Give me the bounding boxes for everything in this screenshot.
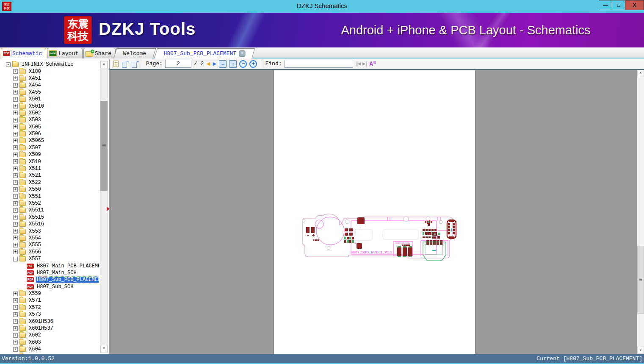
expander-icon[interactable] — [13, 111, 18, 115]
page-number-input[interactable] — [165, 60, 191, 68]
tree-item[interactable]: X180 — [0, 68, 99, 75]
expander-icon[interactable] — [13, 229, 18, 233]
tree-item[interactable]: H807_Main_PCB_PLACEMENT — [0, 262, 99, 269]
scroll-down-icon[interactable]: ∨ — [637, 347, 644, 354]
tree-item[interactable]: X455 — [0, 89, 99, 96]
expander-icon[interactable] — [13, 194, 18, 199]
expander-icon[interactable] — [13, 83, 18, 88]
expander-icon[interactable] — [13, 340, 18, 345]
tree-item[interactable]: X601H536 — [0, 318, 99, 325]
tree-item[interactable]: X501 — [0, 96, 99, 103]
expander-icon[interactable] — [13, 222, 18, 227]
tree-item[interactable]: X454 — [0, 82, 99, 89]
expander-icon[interactable] — [13, 104, 18, 108]
tree-item[interactable]: X550 — [0, 186, 99, 193]
document-tab[interactable]: H807_Sub_PCB_PLACEMENT — [154, 48, 255, 58]
expander-icon[interactable] — [13, 180, 18, 185]
close-button[interactable]: X — [625, 0, 644, 10]
expander-icon[interactable] — [13, 257, 18, 261]
tree-item[interactable]: X603 — [0, 339, 99, 346]
viewer-scrollbar-thumb[interactable] — [637, 246, 644, 314]
match-case-button[interactable]: Aª — [369, 61, 376, 67]
tree-item[interactable]: X505 — [0, 124, 99, 131]
expander-icon[interactable] — [13, 97, 18, 102]
snapshot-button[interactable] — [113, 61, 119, 67]
expander-icon[interactable] — [13, 187, 18, 192]
viewer-scrollbar[interactable]: ∧ ∨ — [637, 70, 644, 354]
find-previous-button[interactable]: |◀ — [356, 61, 360, 67]
tree-item[interactable]: X604 — [0, 346, 99, 353]
zoom-in-button[interactable]: + — [249, 60, 257, 68]
tree-item[interactable]: X521 — [0, 172, 99, 179]
expander-icon[interactable] — [13, 145, 18, 150]
tree-item[interactable]: X522 — [0, 179, 99, 186]
tree-item[interactable]: X553 — [0, 228, 99, 234]
expander-icon[interactable] — [13, 153, 18, 157]
expander-icon[interactable] — [13, 139, 18, 143]
tree-item[interactable]: X510 — [0, 158, 99, 165]
expander-icon[interactable] — [13, 298, 18, 303]
expander-icon[interactable] — [13, 167, 18, 171]
tree-item[interactable]: X572 — [0, 304, 99, 311]
expander-icon[interactable] — [13, 250, 18, 254]
tree-item[interactable]: X554 — [0, 235, 99, 242]
fit-width-button[interactable]: ↔ — [219, 60, 227, 68]
scroll-down-icon[interactable]: ∨ — [100, 345, 108, 352]
tree-item[interactable]: X5511 — [0, 207, 99, 214]
expander-icon[interactable] — [13, 333, 18, 338]
tree-item[interactable]: X507 — [0, 144, 99, 151]
expander-icon[interactable] — [13, 159, 18, 164]
expander-icon[interactable] — [13, 243, 18, 247]
expander-icon[interactable] — [13, 326, 18, 331]
tree-item[interactable]: X451 — [0, 75, 99, 82]
find-input[interactable] — [285, 60, 353, 68]
collapse-panel-arrow-icon[interactable] — [107, 207, 110, 211]
expander-icon[interactable] — [13, 125, 18, 129]
tree-item[interactable]: X556 — [0, 249, 99, 256]
expander-icon[interactable] — [13, 347, 18, 352]
app-tab[interactable]: Layout — [47, 48, 83, 58]
tree-item[interactable]: X571 — [0, 297, 99, 304]
previous-page-button[interactable]: ◀ — [206, 60, 210, 68]
expander-icon[interactable] — [13, 312, 18, 317]
tree-item[interactable]: X502 — [0, 110, 99, 117]
rotate-right-button[interactable] — [121, 61, 128, 67]
zoom-out-button[interactable]: − — [239, 60, 247, 68]
tree-item[interactable]: X555 — [0, 242, 99, 248]
expander-icon[interactable] — [13, 215, 18, 220]
tree-item[interactable]: X602 — [0, 332, 99, 339]
tree-item[interactable]: X503 — [0, 117, 99, 123]
app-tab[interactable]: Schematic — [1, 48, 46, 58]
tree-item[interactable]: X509 — [0, 151, 99, 158]
expander-icon[interactable] — [13, 173, 18, 178]
expander-icon[interactable] — [13, 201, 18, 206]
expander-icon[interactable] — [13, 118, 18, 122]
expander-icon[interactable] — [13, 132, 18, 136]
expander-icon[interactable] — [13, 305, 18, 310]
expander-icon[interactable] — [13, 69, 18, 74]
rotate-left-button[interactable] — [131, 61, 138, 67]
expander-icon[interactable] — [13, 319, 18, 324]
tree-item[interactable]: X573 — [0, 311, 99, 318]
scroll-up-icon[interactable]: ∧ — [637, 70, 644, 77]
expander-icon[interactable] — [13, 236, 18, 240]
expander-icon[interactable] — [13, 90, 18, 94]
document-tab[interactable]: Welcome — [113, 48, 156, 58]
fit-page-button[interactable]: ↕ — [229, 60, 237, 68]
tree-scrollbar-thumb[interactable] — [100, 101, 108, 191]
expander-icon[interactable] — [13, 208, 18, 213]
expander-icon[interactable] — [6, 62, 11, 67]
find-next-button[interactable]: ▶| — [362, 61, 367, 67]
tree-item[interactable]: X5010 — [0, 103, 99, 109]
close-icon[interactable] — [239, 50, 245, 57]
tree-item[interactable]: H807_Main_SCH — [0, 270, 99, 276]
tree-item[interactable]: H807_Sub_SCH — [0, 283, 99, 290]
tree-item[interactable]: X559 — [0, 290, 99, 297]
next-page-button[interactable]: ▶ — [213, 60, 216, 68]
tree-item[interactable]: X557 — [0, 256, 99, 262]
pdf-viewer[interactable]: H807_SUB_PCB_1_V1.1 GND CSK GND + - - ∧ … — [110, 70, 644, 354]
tree-item[interactable]: X551 — [0, 193, 99, 200]
tree-item[interactable]: H807_Sub_PCB_PLACEMENT — [0, 276, 99, 283]
tree-item[interactable]: X601H537 — [0, 325, 99, 332]
app-tab[interactable]: Share — [83, 48, 116, 58]
